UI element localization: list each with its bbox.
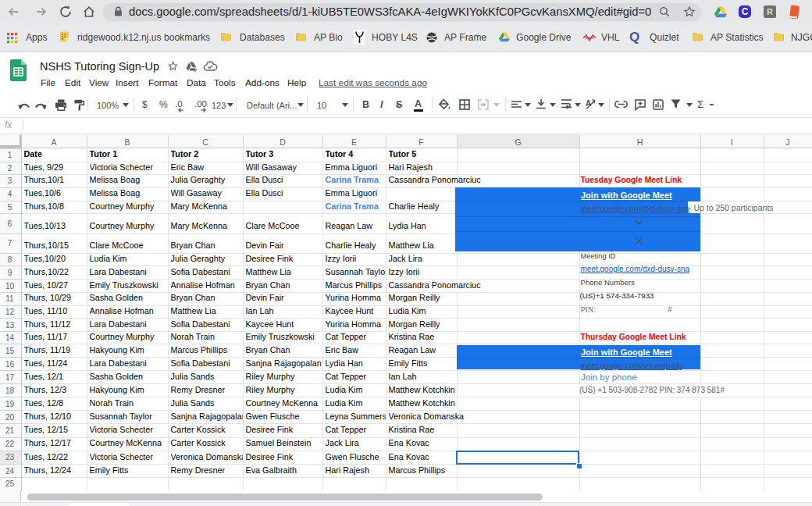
svg-text:A: A xyxy=(586,99,591,108)
